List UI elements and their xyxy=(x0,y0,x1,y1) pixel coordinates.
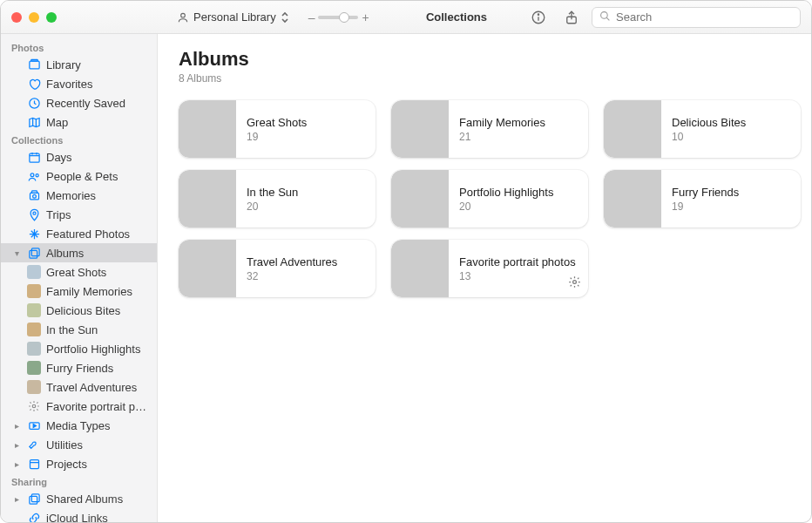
sidebar-item-label: Utilities xyxy=(46,438,150,452)
sidebar: Photos Library Favorites Recently Saved … xyxy=(1,34,158,522)
zoom-plus[interactable]: + xyxy=(362,10,369,24)
people-icon xyxy=(27,170,41,183)
sidebar-album-furry-friends[interactable]: Furry Friends xyxy=(1,358,157,377)
sidebar-item-label: Favorites xyxy=(46,78,150,91)
album-count: 32 xyxy=(247,270,337,282)
chevron-right-icon[interactable]: ▸ xyxy=(11,459,22,469)
sidebar-album-delicious-bites[interactable]: Delicious Bites xyxy=(1,301,157,320)
info-button[interactable] xyxy=(531,10,546,25)
zoom-thumb[interactable] xyxy=(339,12,349,23)
search-icon xyxy=(599,10,611,24)
album-count: 10 xyxy=(672,131,746,143)
svg-rect-7 xyxy=(29,61,38,69)
sidebar-item-featured-photos[interactable]: Featured Photos xyxy=(1,224,157,243)
album-thumbnail xyxy=(179,100,236,158)
library-dropdown[interactable]: Personal Library xyxy=(173,9,293,25)
close-window-button[interactable] xyxy=(11,12,22,23)
zoom-minus[interactable]: – xyxy=(308,10,315,24)
sidebar-item-label: Featured Photos xyxy=(46,228,150,241)
sidebar-item-label: Furry Friends xyxy=(46,362,150,375)
sidebar-album-family-memories[interactable]: Family Memories xyxy=(1,282,157,301)
zoom-track[interactable] xyxy=(318,16,358,19)
album-card[interactable]: Furry Friends 19 xyxy=(604,170,801,228)
album-card[interactable]: Travel Adventures 32 xyxy=(179,240,376,297)
sidebar-item-utilities[interactable]: ▸ Utilities xyxy=(1,435,157,454)
album-title: Family Memories xyxy=(459,116,545,129)
svg-point-12 xyxy=(36,173,38,176)
clock-icon xyxy=(27,97,41,110)
search-field[interactable] xyxy=(592,7,801,28)
sidebar-item-label: Projects xyxy=(46,458,150,471)
album-card[interactable]: Family Memories 21 xyxy=(391,100,588,158)
album-thumb-icon xyxy=(27,380,41,394)
svg-point-11 xyxy=(30,173,34,176)
svg-rect-21 xyxy=(29,496,37,504)
album-title: Favorite portrait photos xyxy=(459,255,576,268)
sidebar-item-label: Trips xyxy=(46,208,150,221)
sidebar-item-people-pets[interactable]: People & Pets xyxy=(1,166,157,186)
chevron-down-icon[interactable]: ▾ xyxy=(11,248,22,258)
chevron-updown-icon xyxy=(281,11,289,24)
chevron-right-icon[interactable]: ▸ xyxy=(11,421,22,431)
svg-line-6 xyxy=(606,17,609,20)
sidebar-item-label: Memories xyxy=(46,189,150,202)
svg-rect-8 xyxy=(30,59,37,61)
sidebar-item-label: Delicious Bites xyxy=(46,304,150,317)
window-controls xyxy=(11,12,60,23)
sidebar-item-label: Family Memories xyxy=(46,285,150,298)
sidebar-item-trips[interactable]: Trips xyxy=(1,205,157,224)
sidebar-item-media-types[interactable]: ▸ Media Types xyxy=(1,416,157,435)
sidebar-item-recently-saved[interactable]: Recently Saved xyxy=(1,93,157,112)
sidebar-album-in-the-sun[interactable]: In the Sun xyxy=(1,320,157,339)
album-card[interactable]: Delicious Bites 10 xyxy=(604,100,801,158)
albums-icon xyxy=(27,247,41,260)
album-card[interactable]: Favorite portrait photos 13 xyxy=(391,240,588,297)
sidebar-album-favorite-portrait[interactable]: Favorite portrait photos xyxy=(1,397,157,416)
sidebar-item-label: Days xyxy=(46,151,150,164)
album-title: Furry Friends xyxy=(672,186,739,199)
sidebar-item-memories[interactable]: Memories xyxy=(1,186,157,205)
sidebar-item-shared-albums[interactable]: ▸ Shared Albums xyxy=(1,489,157,508)
sidebar-item-favorites[interactable]: Favorites xyxy=(1,74,157,93)
share-button[interactable] xyxy=(564,10,579,25)
album-count: 21 xyxy=(459,131,545,143)
library-label: Personal Library xyxy=(193,10,276,24)
sidebar-item-label: Library xyxy=(46,58,150,71)
view-mode-label[interactable]: Collections xyxy=(426,10,487,24)
sidebar-album-travel-adventures[interactable]: Travel Adventures xyxy=(1,377,157,397)
sidebar-album-portfolio-highlights[interactable]: Portfolio Highlights xyxy=(1,339,157,358)
album-card[interactable]: Great Shots 19 xyxy=(179,100,376,158)
sidebar-item-library[interactable]: Library xyxy=(1,55,157,74)
album-card[interactable]: In the Sun 20 xyxy=(179,170,376,228)
album-thumb-icon xyxy=(27,342,41,356)
toolbar: Personal Library – + Collections xyxy=(1,1,811,34)
svg-rect-20 xyxy=(30,459,38,468)
search-input[interactable] xyxy=(616,10,793,24)
sidebar-item-map[interactable]: Map xyxy=(1,112,157,132)
album-card[interactable]: Portfolio Highlights 20 xyxy=(391,170,588,228)
sidebar-item-albums[interactable]: ▾ Albums xyxy=(1,243,157,262)
shared-icon xyxy=(27,492,41,506)
sidebar-item-label: People & Pets xyxy=(46,170,150,183)
album-thumbnail xyxy=(179,240,236,297)
library-icon xyxy=(27,58,41,71)
sidebar-item-projects[interactable]: ▸ Projects xyxy=(1,454,157,473)
sidebar-item-icloud-links[interactable]: iCloud Links xyxy=(1,508,157,522)
projects-icon xyxy=(27,458,41,471)
chevron-right-icon[interactable]: ▸ xyxy=(11,494,22,504)
thumbnail-zoom-slider[interactable]: – + xyxy=(308,10,369,24)
sidebar-album-great-shots[interactable]: Great Shots xyxy=(1,262,157,282)
album-thumbnail xyxy=(604,170,661,228)
album-thumbnail xyxy=(391,170,449,228)
sidebar-item-label: Great Shots xyxy=(46,266,150,279)
memories-icon xyxy=(27,189,41,202)
album-thumbnail xyxy=(391,100,449,158)
svg-rect-10 xyxy=(29,153,38,162)
person-icon xyxy=(177,11,189,24)
sidebar-item-days[interactable]: Days xyxy=(1,147,157,166)
minimize-window-button[interactable] xyxy=(29,12,39,23)
album-thumb-icon xyxy=(27,265,41,279)
zoom-window-button[interactable] xyxy=(46,12,57,23)
chevron-right-icon[interactable]: ▸ xyxy=(11,440,22,450)
svg-rect-17 xyxy=(31,248,39,255)
